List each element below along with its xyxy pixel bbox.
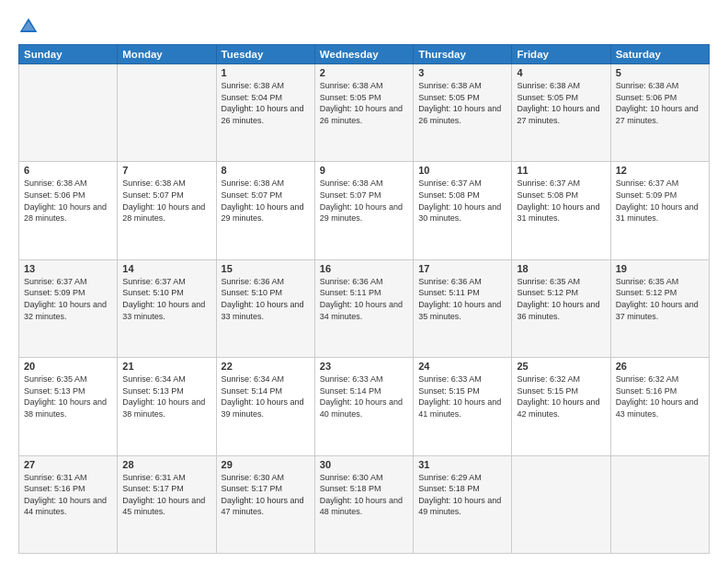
day-info: Sunrise: 6:38 AMSunset: 5:06 PMDaylight:… xyxy=(24,178,112,224)
calendar-week-row: 6Sunrise: 6:38 AMSunset: 5:06 PMDaylight… xyxy=(19,162,710,259)
weekday-header: Friday xyxy=(512,45,610,64)
day-info: Sunrise: 6:30 AMSunset: 5:17 PMDaylight:… xyxy=(222,472,310,518)
day-number: 14 xyxy=(122,263,210,274)
calendar-cell: 5Sunrise: 6:38 AMSunset: 5:06 PMDaylight… xyxy=(610,64,709,162)
day-number: 8 xyxy=(222,165,310,176)
day-info: Sunrise: 6:35 AMSunset: 5:12 PMDaylight:… xyxy=(616,276,704,322)
day-info: Sunrise: 6:37 AMSunset: 5:08 PMDaylight:… xyxy=(418,178,506,224)
calendar-cell: 18Sunrise: 6:35 AMSunset: 5:12 PMDayligh… xyxy=(512,259,610,357)
day-number: 6 xyxy=(24,165,112,176)
weekday-header: Wednesday xyxy=(314,45,413,64)
day-info: Sunrise: 6:32 AMSunset: 5:15 PMDaylight:… xyxy=(517,373,605,419)
day-info: Sunrise: 6:31 AMSunset: 5:16 PMDaylight:… xyxy=(24,472,112,518)
day-info: Sunrise: 6:38 AMSunset: 5:07 PMDaylight:… xyxy=(320,178,408,224)
day-info: Sunrise: 6:35 AMSunset: 5:13 PMDaylight:… xyxy=(24,373,112,419)
calendar-cell xyxy=(118,64,216,162)
day-number: 22 xyxy=(222,361,310,372)
day-number: 20 xyxy=(24,361,112,372)
calendar-cell: 14Sunrise: 6:37 AMSunset: 5:10 PMDayligh… xyxy=(118,259,216,357)
day-number: 27 xyxy=(24,459,112,470)
day-info: Sunrise: 6:38 AMSunset: 5:05 PMDaylight:… xyxy=(418,80,506,126)
day-info: Sunrise: 6:33 AMSunset: 5:14 PMDaylight:… xyxy=(320,373,408,419)
day-info: Sunrise: 6:38 AMSunset: 5:06 PMDaylight:… xyxy=(616,80,704,126)
day-info: Sunrise: 6:36 AMSunset: 5:11 PMDaylight:… xyxy=(320,276,408,322)
day-info: Sunrise: 6:35 AMSunset: 5:12 PMDaylight:… xyxy=(517,276,605,322)
day-number: 30 xyxy=(320,459,408,470)
day-number: 5 xyxy=(616,67,704,78)
day-info: Sunrise: 6:32 AMSunset: 5:16 PMDaylight:… xyxy=(616,373,704,419)
calendar-cell: 30Sunrise: 6:30 AMSunset: 5:18 PMDayligh… xyxy=(314,455,413,553)
day-number: 3 xyxy=(418,67,506,78)
day-number: 1 xyxy=(222,67,310,78)
day-number: 19 xyxy=(616,263,704,274)
day-number: 26 xyxy=(616,361,704,372)
day-info: Sunrise: 6:36 AMSunset: 5:11 PMDaylight:… xyxy=(418,276,506,322)
calendar-week-row: 27Sunrise: 6:31 AMSunset: 5:16 PMDayligh… xyxy=(19,455,710,553)
weekday-header: Monday xyxy=(118,45,216,64)
day-info: Sunrise: 6:37 AMSunset: 5:09 PMDaylight:… xyxy=(616,178,704,224)
day-number: 21 xyxy=(122,361,210,372)
day-info: Sunrise: 6:38 AMSunset: 5:07 PMDaylight:… xyxy=(122,178,210,224)
day-number: 15 xyxy=(222,263,310,274)
day-number: 24 xyxy=(418,361,506,372)
day-info: Sunrise: 6:38 AMSunset: 5:04 PMDaylight:… xyxy=(222,80,310,126)
day-number: 29 xyxy=(222,459,310,470)
calendar-cell: 22Sunrise: 6:34 AMSunset: 5:14 PMDayligh… xyxy=(216,358,314,455)
calendar-cell: 26Sunrise: 6:32 AMSunset: 5:16 PMDayligh… xyxy=(610,358,709,455)
day-info: Sunrise: 6:34 AMSunset: 5:13 PMDaylight:… xyxy=(122,373,210,419)
day-number: 4 xyxy=(517,67,605,78)
day-info: Sunrise: 6:38 AMSunset: 5:05 PMDaylight:… xyxy=(517,80,605,126)
calendar-cell: 9Sunrise: 6:38 AMSunset: 5:07 PMDaylight… xyxy=(314,162,413,259)
calendar-cell: 21Sunrise: 6:34 AMSunset: 5:13 PMDayligh… xyxy=(118,358,216,455)
calendar-cell: 28Sunrise: 6:31 AMSunset: 5:17 PMDayligh… xyxy=(118,455,216,553)
calendar-cell: 7Sunrise: 6:38 AMSunset: 5:07 PMDaylight… xyxy=(118,162,216,259)
calendar-cell: 17Sunrise: 6:36 AMSunset: 5:11 PMDayligh… xyxy=(414,259,512,357)
day-info: Sunrise: 6:37 AMSunset: 5:10 PMDaylight:… xyxy=(122,276,210,322)
calendar-cell: 20Sunrise: 6:35 AMSunset: 5:13 PMDayligh… xyxy=(19,358,118,455)
day-number: 7 xyxy=(122,165,210,176)
day-number: 25 xyxy=(517,361,605,372)
day-number: 9 xyxy=(320,165,408,176)
calendar-cell xyxy=(512,455,610,553)
day-number: 18 xyxy=(517,263,605,274)
day-info: Sunrise: 6:30 AMSunset: 5:18 PMDaylight:… xyxy=(320,472,408,518)
day-info: Sunrise: 6:38 AMSunset: 5:05 PMDaylight:… xyxy=(320,80,408,126)
calendar-cell: 3Sunrise: 6:38 AMSunset: 5:05 PMDaylight… xyxy=(414,64,512,162)
day-info: Sunrise: 6:34 AMSunset: 5:14 PMDaylight:… xyxy=(222,373,310,419)
calendar-cell: 15Sunrise: 6:36 AMSunset: 5:10 PMDayligh… xyxy=(216,259,314,357)
day-info: Sunrise: 6:31 AMSunset: 5:17 PMDaylight:… xyxy=(122,472,210,518)
calendar-week-row: 1Sunrise: 6:38 AMSunset: 5:04 PMDaylight… xyxy=(19,64,710,162)
header xyxy=(18,17,710,37)
calendar-cell: 11Sunrise: 6:37 AMSunset: 5:08 PMDayligh… xyxy=(512,162,610,259)
calendar-cell: 25Sunrise: 6:32 AMSunset: 5:15 PMDayligh… xyxy=(512,358,610,455)
calendar-cell: 19Sunrise: 6:35 AMSunset: 5:12 PMDayligh… xyxy=(610,259,709,357)
calendar-table: SundayMondayTuesdayWednesdayThursdayFrid… xyxy=(18,44,710,554)
day-info: Sunrise: 6:33 AMSunset: 5:15 PMDaylight:… xyxy=(418,373,506,419)
calendar-cell: 16Sunrise: 6:36 AMSunset: 5:11 PMDayligh… xyxy=(314,259,413,357)
day-number: 10 xyxy=(418,165,506,176)
logo-icon xyxy=(18,17,39,37)
logo xyxy=(18,17,42,37)
day-number: 31 xyxy=(418,459,506,470)
day-number: 17 xyxy=(418,263,506,274)
page: SundayMondayTuesdayWednesdayThursdayFrid… xyxy=(0,0,728,563)
day-number: 11 xyxy=(517,165,605,176)
day-info: Sunrise: 6:37 AMSunset: 5:08 PMDaylight:… xyxy=(517,178,605,224)
calendar-week-row: 20Sunrise: 6:35 AMSunset: 5:13 PMDayligh… xyxy=(19,358,710,455)
calendar-cell: 29Sunrise: 6:30 AMSunset: 5:17 PMDayligh… xyxy=(216,455,314,553)
day-number: 13 xyxy=(24,263,112,274)
day-info: Sunrise: 6:38 AMSunset: 5:07 PMDaylight:… xyxy=(222,178,310,224)
weekday-header: Tuesday xyxy=(216,45,314,64)
day-number: 2 xyxy=(320,67,408,78)
calendar-cell: 2Sunrise: 6:38 AMSunset: 5:05 PMDaylight… xyxy=(314,64,413,162)
calendar-cell: 1Sunrise: 6:38 AMSunset: 5:04 PMDaylight… xyxy=(216,64,314,162)
day-info: Sunrise: 6:37 AMSunset: 5:09 PMDaylight:… xyxy=(24,276,112,322)
calendar-cell xyxy=(610,455,709,553)
calendar-cell: 6Sunrise: 6:38 AMSunset: 5:06 PMDaylight… xyxy=(19,162,118,259)
calendar-header-row: SundayMondayTuesdayWednesdayThursdayFrid… xyxy=(19,45,710,64)
calendar-cell xyxy=(19,64,118,162)
calendar-week-row: 13Sunrise: 6:37 AMSunset: 5:09 PMDayligh… xyxy=(19,259,710,357)
calendar-cell: 31Sunrise: 6:29 AMSunset: 5:18 PMDayligh… xyxy=(414,455,512,553)
day-info: Sunrise: 6:36 AMSunset: 5:10 PMDaylight:… xyxy=(222,276,310,322)
day-number: 12 xyxy=(616,165,704,176)
